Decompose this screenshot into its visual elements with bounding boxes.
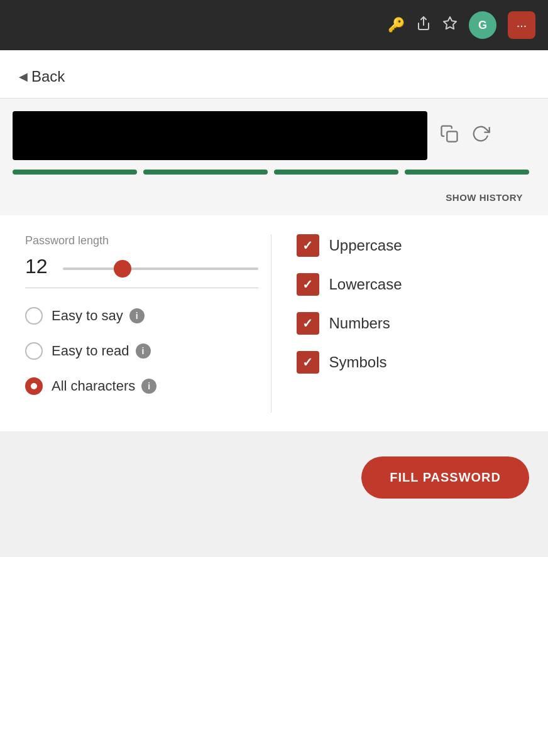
easy-to-read-info-icon[interactable]: i — [136, 343, 151, 359]
radio-all-characters-circle — [25, 377, 43, 395]
radio-easy-to-read-circle — [25, 342, 43, 360]
grammarly-avatar[interactable]: G — [469, 11, 496, 39]
all-characters-info-icon[interactable]: i — [141, 379, 156, 394]
main-container: ◀ Back — [0, 50, 548, 756]
length-label: Password length — [25, 234, 258, 247]
strength-bar-2 — [143, 170, 268, 175]
copy-icon[interactable] — [440, 124, 459, 148]
symbols-checkbox[interactable]: ✓ — [297, 351, 319, 374]
numbers-checkmark: ✓ — [302, 316, 313, 331]
right-panel: ✓ Uppercase ✓ Lowercase ✓ Numbers ✓ — [271, 234, 530, 413]
checkbox-numbers[interactable]: ✓ Numbers — [297, 312, 530, 335]
strength-bar-3 — [274, 170, 398, 175]
bottom-section: FILL PASSWORD — [0, 431, 548, 557]
settings-section: Password length 12 Easy to say i Easy to… — [0, 215, 548, 431]
strength-bars — [13, 170, 529, 186]
length-row: 12 — [25, 255, 258, 288]
numbers-checkbox[interactable]: ✓ — [297, 312, 319, 335]
refresh-icon[interactable] — [471, 124, 490, 148]
show-history-row: SHOW HISTORY — [13, 186, 529, 215]
back-label: Back — [31, 68, 65, 85]
browser-toolbar: 🔑 G ··· — [0, 0, 548, 50]
lowercase-checkbox[interactable]: ✓ — [297, 273, 319, 296]
strength-bar-4 — [405, 170, 529, 175]
password-row — [13, 111, 529, 170]
symbols-label: Symbols — [329, 354, 387, 371]
uppercase-checkbox[interactable]: ✓ — [297, 234, 319, 257]
password-section: SHOW HISTORY — [0, 99, 548, 215]
lowercase-checkmark: ✓ — [302, 277, 313, 292]
fill-password-button[interactable]: FILL PASSWORD — [361, 456, 529, 499]
radio-easy-to-say-circle — [25, 307, 43, 325]
checkbox-lowercase[interactable]: ✓ Lowercase — [297, 273, 530, 296]
show-history-button[interactable]: SHOW HISTORY — [446, 192, 523, 203]
svg-rect-2 — [447, 131, 457, 141]
uppercase-label: Uppercase — [329, 237, 402, 254]
password-actions — [440, 124, 490, 148]
length-value: 12 — [25, 255, 50, 278]
uppercase-checkmark: ✓ — [302, 238, 313, 253]
back-button[interactable]: ◀ Back — [19, 68, 65, 85]
numbers-label: Numbers — [329, 315, 390, 332]
checkbox-uppercase[interactable]: ✓ Uppercase — [297, 234, 530, 257]
back-section: ◀ Back — [0, 50, 548, 99]
radio-easy-to-say-label: Easy to say i — [52, 308, 145, 324]
share-icon[interactable] — [416, 16, 431, 35]
lowercase-label: Lowercase — [329, 276, 402, 293]
checkbox-symbols[interactable]: ✓ Symbols — [297, 351, 530, 374]
radio-all-characters-label: All characters i — [52, 378, 156, 394]
length-slider[interactable] — [63, 267, 258, 270]
slider-container[interactable] — [63, 261, 258, 273]
radio-easy-to-read[interactable]: Easy to read i — [25, 342, 258, 360]
more-button[interactable]: ··· — [508, 11, 535, 39]
easy-to-say-info-icon[interactable]: i — [129, 308, 145, 323]
back-chevron-icon: ◀ — [19, 70, 28, 84]
radio-easy-to-read-label: Easy to read i — [52, 343, 151, 359]
symbols-checkmark: ✓ — [302, 355, 313, 370]
password-display — [13, 111, 427, 160]
strength-bar-1 — [13, 170, 137, 175]
radio-all-characters[interactable]: All characters i — [25, 377, 258, 395]
key-icon[interactable]: 🔑 — [388, 17, 405, 33]
radio-easy-to-say[interactable]: Easy to say i — [25, 307, 258, 325]
svg-marker-1 — [444, 17, 456, 29]
left-panel: Password length 12 Easy to say i Easy to… — [25, 234, 271, 413]
star-icon[interactable] — [442, 16, 458, 35]
